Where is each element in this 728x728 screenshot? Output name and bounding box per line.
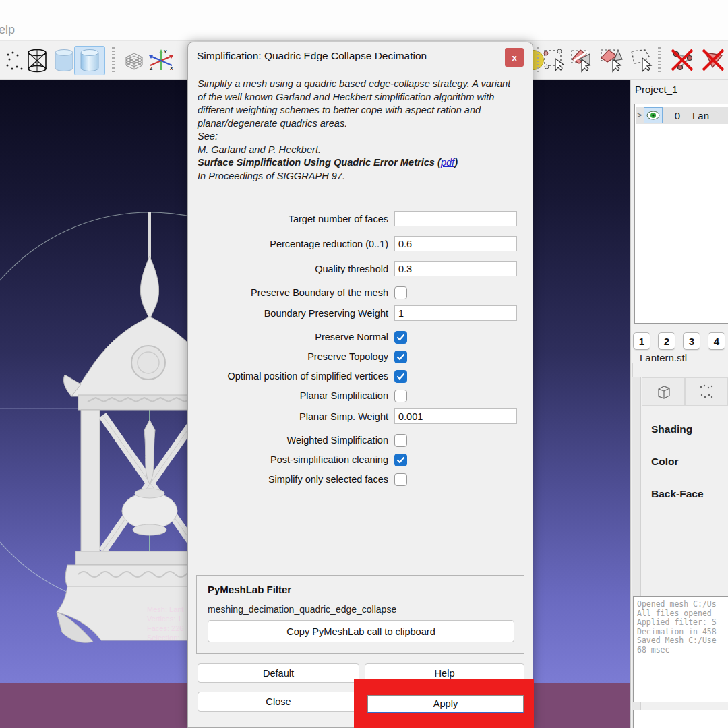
description-authors: M. Garland and P. Heckbert.: [198, 144, 518, 157]
delete-selected-vertices-button[interactable]: [669, 46, 697, 75]
bottom-box: [633, 710, 728, 728]
param-row-planar-simp-weight: Planar Simp. Weight: [195, 408, 518, 424]
checkbox-weighted-simplification[interactable]: [394, 434, 407, 447]
layer-expander[interactable]: >: [636, 111, 644, 120]
section-color[interactable]: Color: [651, 446, 725, 478]
delete-faces-icon: [700, 47, 727, 74]
mesh-status-text: Mesh: LantVertices: 1Faces: 226Selection…: [147, 605, 183, 642]
param-row-preserve-normal: Preserve Normal: [195, 330, 518, 344]
param-control: [394, 370, 518, 383]
panel-tab-3[interactable]: 3: [683, 332, 700, 350]
smooth-shading-button[interactable]: [74, 46, 105, 75]
param-row-quality-threshold: Quality threshold: [195, 261, 518, 276]
delete-selected-faces-button[interactable]: [700, 46, 728, 75]
dialog-titlebar[interactable]: Simplification: Quadric Edge Collapse De…: [188, 42, 533, 71]
param-control: [394, 454, 518, 466]
param-control: [394, 434, 518, 447]
click-annotation-highlight: Apply: [354, 679, 534, 728]
default-button[interactable]: Default: [198, 663, 359, 683]
eye-icon: [646, 111, 660, 120]
axes-button[interactable]: Y X Z: [147, 46, 175, 75]
param-label: Target number of faces: [289, 214, 388, 224]
input-percentage-reduction-0-1[interactable]: [394, 236, 517, 251]
log-box[interactable]: Opened mesh C:/Us All files opened Appli…: [633, 596, 728, 702]
apply-button[interactable]: Apply: [367, 695, 524, 713]
param-control: [394, 351, 518, 363]
param-row-planar-simplification: Planar Simplification: [195, 389, 518, 402]
dialog-close-button[interactable]: x: [505, 48, 524, 67]
checkbox-optimal-position-of-simplified-vertices[interactable]: [394, 370, 407, 383]
param-row-simplify-only-selected-faces: Simplify only selected faces: [195, 473, 518, 486]
project-title: Project_1: [635, 84, 677, 95]
checkbox-planar-simplification[interactable]: [394, 390, 407, 402]
check-icon: [396, 334, 405, 341]
menu-help[interactable]: elp: [0, 23, 15, 37]
grid-cube-icon: [122, 49, 146, 72]
pdf-link[interactable]: pdf: [441, 157, 454, 168]
checkbox-preserve-boundary-of-the-mesh[interactable]: [394, 286, 407, 299]
mesh-box-title: Lantern.stl: [637, 352, 690, 363]
toolbar-separator: [658, 47, 661, 74]
param-label: Quality threshold: [315, 264, 388, 274]
description-proceedings: In Proceedings of SIGGRAPH 97.: [198, 170, 518, 183]
select-vertices-button[interactable]: [541, 46, 569, 75]
check-icon: [396, 456, 405, 464]
param-label: Percentage reduction (0..1): [270, 239, 388, 249]
panel-tab-2[interactable]: 2: [658, 332, 675, 350]
checkbox-preserve-topology[interactable]: [394, 351, 407, 363]
param-control: [394, 286, 518, 299]
copy-pymeshlab-call-button[interactable]: Copy PyMeshLab call to clipboard: [208, 620, 514, 642]
layer-list[interactable]: > 0 Lan: [634, 104, 728, 324]
param-row-preserve-boundary-of-the-mesh: Preserve Boundary of the mesh: [195, 286, 518, 299]
close-button[interactable]: Close: [198, 692, 359, 712]
description-see: See:: [198, 130, 518, 144]
tab-points-view[interactable]: [685, 377, 728, 406]
pymeshlab-title: PyMeshLab Filter: [208, 584, 291, 595]
select-faces-icon: [570, 47, 597, 74]
mesh-sections: ShadingColorBack-Face: [651, 413, 725, 510]
select-faces-button[interactable]: [569, 46, 597, 75]
input-quality-threshold[interactable]: [394, 261, 517, 276]
param-label: Preserve Topology: [307, 351, 388, 362]
param-label: Weighted Simplification: [287, 435, 388, 446]
param-row-percentage-reduction-0-1: Percentage reduction (0..1): [195, 236, 518, 251]
checkbox-simplify-only-selected-faces[interactable]: [394, 473, 407, 486]
panel-tab-4[interactable]: 4: [708, 332, 725, 350]
wireframe-render-button[interactable]: [23, 46, 51, 75]
filter-description: Simplify a mesh using a quadric based ed…: [198, 78, 518, 183]
simplification-dialog: Simplification: Quadric Edge Collapse De…: [187, 42, 533, 728]
panel-tab-1[interactable]: 1: [633, 332, 650, 350]
pymeshlab-box: PyMeshLab Filter meshing_decimation_quad…: [196, 575, 524, 654]
section-back-face[interactable]: Back-Face: [651, 478, 725, 510]
citation-paren-open: (: [435, 157, 441, 168]
layer-visibility-toggle[interactable]: [644, 107, 663, 123]
input-target-number-of-faces[interactable]: [394, 211, 517, 226]
citation-title: Surface Simplification Using Quadric Err…: [198, 157, 435, 168]
flat-cylinder-icon: [53, 49, 75, 73]
grid-cube-button[interactable]: [120, 46, 148, 75]
checkbox-post-simplification-cleaning[interactable]: [394, 454, 407, 466]
points-icon: [698, 383, 715, 400]
select-area-button[interactable]: [627, 46, 655, 75]
param-row-weighted-simplification: Weighted Simplification: [195, 433, 518, 447]
svg-text:Z: Z: [150, 66, 153, 71]
param-label: Simplify only selected faces: [268, 474, 388, 485]
status-line: Selection:: [147, 633, 183, 642]
tab-mesh-view[interactable]: [642, 377, 685, 406]
param-control: [394, 331, 518, 344]
delete-vertices-icon: [669, 47, 696, 74]
input-boundary-preserving-weight[interactable]: [394, 305, 517, 321]
checkbox-preserve-normal[interactable]: [394, 331, 407, 344]
pymeshlab-filter-name: meshing_decimation_quadric_edge_collapse: [208, 604, 396, 615]
section-shading[interactable]: Shading: [651, 413, 725, 446]
param-control: [394, 390, 518, 402]
input-planar-simp-weight[interactable]: [394, 408, 517, 424]
param-row-post-simplification-cleaning: Post-simplification cleaning: [195, 453, 518, 466]
param-label: Post-simplification cleaning: [270, 454, 388, 465]
param-label: Preserve Normal: [315, 332, 388, 342]
select-faces-mode-button[interactable]: [599, 46, 627, 75]
check-icon: [396, 373, 405, 380]
param-control: [394, 305, 518, 321]
layer-row[interactable]: > 0 Lan: [636, 107, 728, 124]
select-vertices-icon: [542, 48, 568, 73]
